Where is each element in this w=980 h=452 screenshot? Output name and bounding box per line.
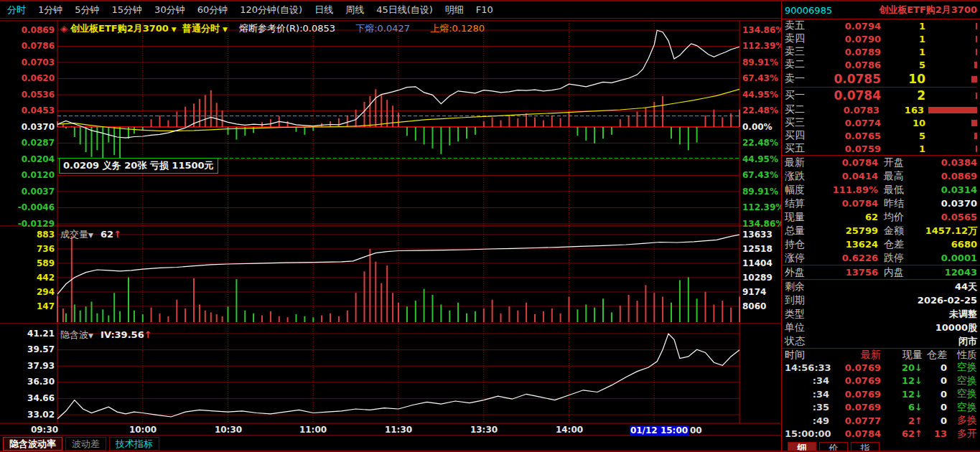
order-book-row[interactable]: 买四0.07655: [785, 129, 977, 142]
stat-value: 13624: [812, 239, 878, 250]
stat-label: 涨停: [785, 252, 812, 265]
order-book-volume: 5: [881, 60, 925, 70]
tick-header-cell: 时间: [785, 349, 829, 362]
order-book-price: 0.0759: [811, 143, 881, 154]
toolbar-item-0[interactable]: 分时: [7, 4, 26, 17]
order-book-row[interactable]: 卖三0.07891: [785, 45, 977, 58]
toolbar-item-8[interactable]: 周线: [345, 4, 364, 17]
quote-panel: 90006985 创业板ETF购2月3700 卖五0.07941卖四0.0790…: [781, 1, 980, 452]
tick-row[interactable]: 15:00:000.078462↑13多开: [782, 428, 980, 441]
stat-label: 结算: [785, 197, 812, 210]
tick-time: :35: [785, 402, 829, 413]
down-arrow-icon: ↓: [915, 389, 923, 400]
tick-time: 14:56:33: [785, 362, 829, 373]
bottom-tab-1[interactable]: 波动差: [65, 437, 106, 451]
order-book-level-label: 卖一: [785, 72, 811, 85]
date-time-indicator[interactable]: 01/12 15:00: [630, 425, 689, 436]
indicator-tabs: 隐含波动率波动差技术指标: [3, 437, 159, 451]
order-book-row[interactable]: 买二0.0783163: [785, 103, 977, 116]
order-book-volume-bar: [925, 35, 977, 42]
tick-tab-2[interactable]: 指: [851, 442, 879, 452]
order-book-volume-bar: [924, 106, 977, 113]
stats-row: 涨跌0.0414最高0.0869: [785, 169, 977, 183]
tick-tab-1[interactable]: 价: [819, 442, 848, 452]
volume-dropdown-icon[interactable]: ▼: [88, 232, 93, 239]
volume-indicator-selector[interactable]: 成交量: [60, 229, 88, 240]
info-label: 单位: [785, 321, 805, 334]
stat-value: 0.0370: [914, 198, 977, 209]
contract-name[interactable]: 创业板ETF购2月3700: [879, 4, 977, 17]
order-book-price: 0.0774: [811, 118, 881, 128]
tick-volume-number: 6: [908, 402, 915, 413]
symbol-name[interactable]: 创业板ETF购2月3700: [70, 23, 169, 34]
toolbar-item-1[interactable]: 1分钟: [38, 4, 62, 17]
order-book-row[interactable]: 卖二0.07865: [785, 58, 977, 71]
toolbar-item-11[interactable]: F10: [476, 4, 493, 15]
trading-terminal-window: 分时1分钟5分钟15分钟30分钟60分钟120分钟(自设)日线周线45日线(自设…: [0, 0, 980, 452]
symbol-dropdown-icon[interactable]: ▼: [172, 26, 177, 33]
iv-current-value: IV:39.56: [101, 329, 144, 340]
order-book-level-label: 卖三: [785, 45, 811, 58]
stat-value: 0.0869: [914, 171, 977, 182]
toolbar-item-9[interactable]: 45日线(自设): [376, 4, 433, 17]
tick-nature: 空换: [947, 401, 977, 414]
stat-value: 0.0784: [812, 198, 878, 209]
stat-label: 昨结: [878, 197, 914, 210]
order-book-row[interactable]: 买三0.077410: [785, 116, 977, 129]
stat-label: 最新: [785, 156, 812, 169]
tick-volume: 12↓: [881, 389, 923, 400]
stat-label: 均价: [878, 211, 914, 224]
order-book-row[interactable]: 买一0.07842: [785, 88, 977, 103]
stat-value: 0.6226: [812, 253, 878, 263]
tick-row[interactable]: :340.076912↓0空换: [782, 387, 980, 401]
tick-time: :34: [785, 389, 829, 400]
toolbar-item-7[interactable]: 日线: [314, 4, 333, 17]
up-arrow-icon: ↑: [915, 415, 923, 426]
tick-row[interactable]: :350.07696↓0空换: [782, 401, 980, 415]
stat-value: 0.0784: [812, 157, 878, 168]
stat-label: 最低: [878, 184, 914, 197]
order-book-volume-bar: [925, 61, 977, 68]
tick-position-change: 13: [923, 428, 947, 439]
tick-price: 0.0777: [829, 415, 881, 426]
tick-price: 0.0784: [829, 428, 881, 439]
tick-row[interactable]: :490.07772↑0多换: [782, 414, 980, 428]
toolbar-item-5[interactable]: 60分钟: [197, 4, 228, 17]
toolbar-item-6[interactable]: 120分钟(自设): [240, 4, 302, 17]
toolbar-item-4[interactable]: 30分钟: [154, 4, 185, 17]
mode-selector[interactable]: 普通分时: [182, 23, 220, 34]
order-book-price: 0.0785: [811, 72, 881, 86]
info-row: 到期2026-02-25: [785, 293, 977, 307]
order-book-price: 0.0789: [811, 47, 881, 57]
toolbar-item-10[interactable]: 明细: [445, 4, 464, 17]
iv-up-arrow-icon: ↑: [144, 329, 152, 340]
info-value: 闭市: [805, 335, 977, 348]
stats-section: 最新0.0784开盘0.0384涨跌0.0414最高0.0869幅度111.89…: [782, 156, 980, 265]
tick-tab-0[interactable]: 细: [788, 442, 816, 452]
mode-dropdown-icon[interactable]: ▼: [223, 26, 228, 33]
stat-value: 111.89%: [812, 184, 878, 195]
bottom-tab-0[interactable]: 隐含波动率: [3, 437, 62, 451]
stat-label: 总量: [785, 225, 812, 237]
order-book-volume-bar: [925, 132, 977, 139]
bottom-tab-2[interactable]: 技术指标: [109, 437, 159, 451]
order-book-volume: 1: [881, 34, 925, 44]
toolbar-item-2[interactable]: 5分钟: [75, 4, 99, 17]
order-book-row[interactable]: 卖四0.07901: [785, 32, 977, 45]
order-book-row[interactable]: 卖五0.07941: [785, 19, 977, 32]
order-book-row[interactable]: 买五0.07591: [785, 142, 977, 155]
tick-row[interactable]: 14:56:330.076920↓0空换: [782, 361, 980, 375]
info-row: 状态闭市: [785, 334, 977, 348]
tick-row[interactable]: :340.076912↓0空换: [782, 375, 980, 388]
contract-code[interactable]: 90006985: [785, 5, 832, 16]
iv-indicator-selector[interactable]: 隐含波: [60, 329, 88, 340]
tick-volume-number: 20: [902, 362, 915, 373]
iv-dropdown-icon[interactable]: ▼: [88, 332, 93, 339]
order-book-volume: 163: [879, 105, 924, 116]
tick-header-cell: 仓差: [923, 349, 947, 362]
volume-up-arrow-icon: ↑: [113, 229, 121, 240]
stats-row: 幅度111.89%最低0.0314: [785, 183, 977, 197]
order-book-price: 0.0786: [811, 60, 881, 70]
order-book-row[interactable]: 卖一0.078510: [785, 71, 977, 87]
toolbar-item-3[interactable]: 15分钟: [112, 4, 143, 17]
